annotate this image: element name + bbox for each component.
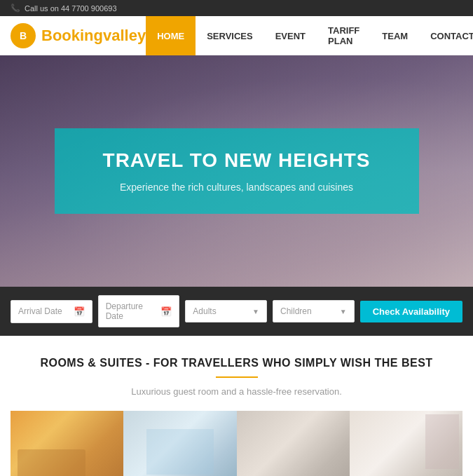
nav-home[interactable]: HOME — [146, 16, 196, 55]
logo-text: Bookingvalley — [41, 27, 146, 45]
room-cards: TRIBECA SUITE CITY VIEW ROOM TAIPAN SUIT… — [11, 411, 462, 476]
arrival-calendar-icon: 📅 — [74, 306, 85, 317]
nav-tariff-plan[interactable]: TARIFF PLAN — [317, 16, 371, 55]
nav-services[interactable]: SERVICES — [196, 16, 264, 55]
phone-icon: 📞 — [11, 4, 20, 13]
children-arrow-icon: ▼ — [340, 308, 347, 315]
rooms-subtitle: Luxurious guest room and a hassle-free r… — [11, 386, 462, 397]
search-bar: Arrival Date 📅 Departure Date 📅 Adults ▼… — [0, 287, 473, 336]
hero-content: TRAVEL TO NEW HEIGHTS Experience the ric… — [55, 128, 419, 214]
room-card-presidential-suite[interactable]: PRESIDENTIAL SUITE — [350, 411, 462, 476]
logo: B Bookingvalley — [11, 23, 146, 48]
rooms-section: ROOMS & SUITES - FOR TRAVELLERS WHO SIMP… — [0, 336, 473, 476]
arrival-date-field[interactable]: Arrival Date 📅 — [11, 300, 92, 323]
rooms-divider — [216, 376, 258, 378]
check-availability-button[interactable]: Check Availability — [360, 301, 462, 322]
nav-contact[interactable]: CONTACT — [419, 16, 473, 55]
city-view-room-image — [123, 411, 236, 476]
top-bar: 📞 Call us on 44 7700 900693 — [0, 0, 473, 16]
hero-section: TRAVEL TO NEW HEIGHTS Experience the ric… — [0, 55, 473, 287]
children-label: Children — [280, 306, 312, 316]
adults-label: Adults — [193, 306, 216, 316]
tribeca-suite-image — [11, 411, 123, 476]
departure-calendar-icon: 📅 — [160, 306, 172, 317]
children-select[interactable]: Children ▼ — [273, 300, 355, 322]
logo-accent: valley — [103, 27, 146, 44]
navbar: B Bookingvalley HOME SERVICES EVENT TARI… — [0, 16, 473, 55]
departure-date-label: Departure Date — [106, 301, 161, 321]
phone-text: Call us on 44 7700 900693 — [25, 4, 117, 13]
room-card-taipan-suite[interactable]: TAIPAN SUITE — [237, 411, 350, 476]
departure-date-field[interactable]: Departure Date 📅 — [98, 295, 180, 327]
adults-arrow-icon: ▼ — [252, 308, 259, 315]
hero-subtitle: Experience the rich cultures, landscapes… — [90, 182, 384, 193]
nav-team[interactable]: TEAM — [371, 16, 419, 55]
presidential-suite-image — [350, 411, 462, 476]
adults-select[interactable]: Adults ▼ — [185, 300, 267, 322]
logo-plain: Booking — [41, 27, 103, 44]
room-card-city-view-room[interactable]: CITY VIEW ROOM — [123, 411, 236, 476]
nav-event[interactable]: EVENT — [264, 16, 317, 55]
arrival-date-label: Arrival Date — [18, 306, 62, 316]
rooms-title: ROOMS & SUITES - FOR TRAVELLERS WHO SIMP… — [11, 357, 462, 369]
hero-title: TRAVEL TO NEW HEIGHTS — [90, 149, 384, 172]
room-card-tribeca-suite[interactable]: TRIBECA SUITE — [11, 411, 123, 476]
taipan-suite-image — [237, 411, 350, 476]
logo-icon: B — [11, 23, 36, 48]
nav-links: HOME SERVICES EVENT TARIFF PLAN TEAM CON… — [146, 16, 473, 55]
